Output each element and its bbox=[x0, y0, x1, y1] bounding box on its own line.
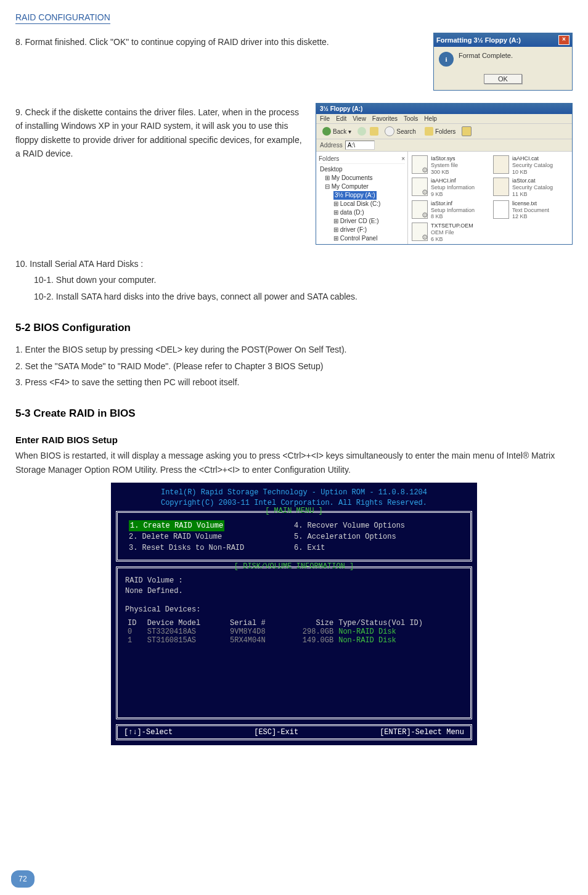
s53-body: When BIOS is restarted, it will display … bbox=[15, 449, 573, 476]
explorer-menubar[interactable]: File Edit View Favorites Tools Help bbox=[316, 114, 572, 123]
tree-control[interactable]: Control Panel bbox=[340, 235, 378, 242]
bios-footer-enter: [ENTER]-Select Menu bbox=[380, 728, 464, 737]
file-icon bbox=[412, 200, 428, 219]
format-dialog: Formatting 3½ Floppy (A:) × i Format Com… bbox=[433, 33, 573, 91]
tree-driver-f[interactable]: driver (F:) bbox=[340, 226, 367, 233]
bios-main-menu-box: [ MAIN MENU ] 1. Create RAID Volume 2. D… bbox=[116, 511, 472, 562]
menu-file[interactable]: File bbox=[320, 115, 330, 122]
table-header-row: ID Device Model Serial # Size Type/Statu… bbox=[125, 619, 463, 627]
bios-menu-accel[interactable]: 5. Acceleration Options bbox=[294, 531, 459, 542]
search-icon bbox=[385, 126, 394, 136]
close-icon[interactable]: × bbox=[558, 35, 570, 45]
address-input[interactable] bbox=[345, 141, 375, 150]
tree-localc[interactable]: Local Disk (C:) bbox=[340, 200, 381, 207]
explorer-addressbar: Address bbox=[316, 139, 572, 152]
s52-step2: 2. Set the "SATA Mode" to "RAID Mode". (… bbox=[15, 359, 573, 373]
file-item[interactable]: iaAHCI.catSecurity Catalog10 KB bbox=[493, 155, 568, 175]
step-8-text: 8. Format finished. Click "OK" to contin… bbox=[15, 35, 421, 49]
folders-button[interactable]: Folders bbox=[422, 126, 458, 136]
back-button[interactable]: Back ▾ bbox=[320, 126, 354, 136]
explorer-toolbar: Back ▾ Search Folders bbox=[316, 123, 572, 139]
step-9-text: 9. Check if the diskette contains the dr… bbox=[15, 105, 303, 161]
s52-step1: 1. Enter the BIOS setup by pressing <DEL… bbox=[15, 343, 573, 356]
tree-data-d[interactable]: data (D:) bbox=[340, 209, 364, 216]
bios-phys-label: Physical Devices: bbox=[125, 605, 463, 615]
explorer-window: 3½ Floppy (A:) File Edit View Favorites … bbox=[316, 103, 573, 245]
table-row: 0 ST3320418AS 9VM8Y4D8 298.0GB Non-RAID … bbox=[125, 627, 463, 636]
s52-step3: 3. Press <F4> to save the setting then P… bbox=[15, 375, 573, 389]
bios-device-table: ID Device Model Serial # Size Type/Statu… bbox=[125, 619, 463, 645]
bios-footer-exit: [ESC]-Exit bbox=[254, 728, 298, 737]
forward-icon[interactable] bbox=[357, 127, 366, 136]
bios-footer-select: [↑↓]-Select bbox=[124, 728, 173, 737]
file-item[interactable]: iaStor.catSecurity Catalog11 KB bbox=[493, 178, 568, 197]
bios-menu-delete[interactable]: 2. Delete RAID Volume bbox=[129, 531, 294, 542]
menu-favorites[interactable]: Favorites bbox=[372, 115, 398, 122]
bios-menu-reset[interactable]: 3. Reset Disks to Non-RAID bbox=[129, 542, 294, 554]
dialog-message: Format Complete. bbox=[459, 52, 513, 59]
file-icon bbox=[493, 200, 509, 219]
file-icon bbox=[493, 178, 509, 196]
back-icon bbox=[322, 127, 331, 136]
bios-footer: [↑↓]-Select [ESC]-Exit [ENTER]-Select Me… bbox=[116, 724, 472, 740]
explorer-content: IaStor.sysSystem file300 KB iaAHCI.catSe… bbox=[408, 152, 572, 244]
tree-mycomp[interactable]: My Computer bbox=[332, 183, 369, 190]
tree-mydocs[interactable]: My Documents bbox=[332, 174, 373, 181]
menu-help[interactable]: Help bbox=[424, 115, 437, 122]
ok-button[interactable]: OK bbox=[484, 74, 522, 84]
step-10-text: 10. Install Serial ATA Hard Disks : bbox=[15, 257, 573, 271]
menu-tools[interactable]: Tools bbox=[404, 115, 418, 122]
sidebar-title: Folders bbox=[319, 155, 339, 162]
bios-raid-volume-value: None Defined. bbox=[125, 586, 463, 597]
bios-screen: Intel(R) Rapid Storage Technology - Upti… bbox=[111, 483, 477, 745]
tree-floppy[interactable]: 3½ Floppy (A:) bbox=[333, 191, 377, 200]
views-icon[interactable] bbox=[462, 126, 472, 136]
file-item[interactable]: IaStor.sysSystem file300 KB bbox=[412, 155, 487, 175]
bios-raid-volume-label: RAID Volume : bbox=[125, 576, 463, 586]
section-5-3-heading: 5-3 Create RAID in BIOS bbox=[15, 407, 573, 420]
menu-edit[interactable]: Edit bbox=[336, 115, 346, 122]
address-label: Address bbox=[320, 142, 343, 149]
file-item[interactable]: iaAHCI.infSetup Information9 KB bbox=[412, 178, 487, 197]
header-title: RAID CONFIGURATION bbox=[15, 12, 110, 24]
file-icon bbox=[412, 178, 428, 196]
section-5-3-subheading: Enter RAID BIOS Setup bbox=[15, 435, 573, 445]
bios-menu-create[interactable]: 1. Create RAID Volume bbox=[129, 520, 224, 531]
file-icon bbox=[412, 223, 428, 241]
folders-icon bbox=[425, 127, 433, 136]
step-10-1-text: 10-1. Shut down your computer. bbox=[34, 273, 573, 287]
section-5-2-heading: 5-2 BIOS Configuration bbox=[15, 322, 573, 334]
up-icon[interactable] bbox=[370, 127, 378, 136]
sidebar-close-icon[interactable]: × bbox=[401, 155, 405, 162]
tree-desktop[interactable]: Desktop bbox=[320, 165, 405, 174]
file-icon bbox=[412, 155, 428, 174]
file-item[interactable]: TXTSETUP.OEMOEM File6 KB bbox=[412, 223, 487, 242]
bios-info-title: [ DISK/VOLUME INFORMATION ] bbox=[118, 562, 470, 571]
step-10-2-text: 10-2. Install SATA hard disks into the d… bbox=[34, 290, 573, 303]
file-item[interactable]: license.txtText Document12 KB bbox=[493, 200, 568, 220]
dialog-title: Formatting 3½ Floppy (A:) bbox=[436, 36, 521, 44]
file-item[interactable]: iaStor.infSetup Information8 KB bbox=[412, 200, 487, 220]
explorer-title: 3½ Floppy (A:) bbox=[316, 104, 572, 114]
tree-driver-cd[interactable]: Driver CD (E:) bbox=[340, 218, 379, 224]
tree-shared[interactable]: Shared Documents bbox=[340, 243, 393, 244]
table-row: 1 ST3160815AS 5RX4M04N 149.0GB Non-RAID … bbox=[125, 636, 463, 645]
file-icon bbox=[493, 155, 509, 174]
bios-header-line1: Intel(R) Rapid Storage Technology - Upti… bbox=[112, 488, 476, 498]
explorer-sidebar: Folders × Desktop ⊞ My Documents ⊟ My Co… bbox=[316, 152, 408, 244]
menu-view[interactable]: View bbox=[353, 115, 366, 122]
info-icon: i bbox=[439, 52, 454, 67]
bios-info-box: [ DISK/VOLUME INFORMATION ] RAID Volume … bbox=[116, 566, 472, 719]
bios-menu-exit[interactable]: 6. Exit bbox=[294, 542, 459, 554]
search-button[interactable]: Search bbox=[382, 126, 419, 137]
folder-tree[interactable]: Desktop ⊞ My Documents ⊟ My Computer 3½ … bbox=[319, 164, 405, 244]
bios-menu-recover[interactable]: 4. Recover Volume Options bbox=[294, 520, 459, 531]
